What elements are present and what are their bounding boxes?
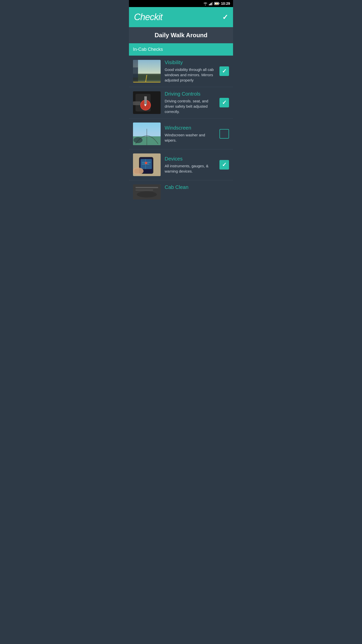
app-header: Checkit ✓: [129, 7, 233, 27]
check-item-visibility: Visibility Good visibility through all c…: [129, 56, 233, 87]
svg-point-24: [133, 137, 143, 143]
item-title-visibility: Visibility: [165, 60, 216, 65]
item-content-windscreen: Windscreen Windscreen washer and wipers.: [165, 125, 216, 143]
status-time: 10:29: [221, 2, 230, 6]
item-content-devices: Devices All instruments, gauges, & warni…: [165, 156, 216, 174]
svg-point-31: [145, 162, 147, 164]
svg-rect-5: [219, 3, 219, 4]
header-check-icon[interactable]: ✓: [222, 13, 228, 21]
status-bar: ⚡ 10:29: [129, 0, 233, 7]
checkbox-driving-controls[interactable]: [219, 98, 229, 107]
item-content-driving: Driving Controls Driving controls. seat,…: [165, 91, 216, 114]
svg-point-37: [137, 191, 157, 197]
item-title-devices: Devices: [165, 156, 216, 162]
svg-rect-3: [212, 2, 213, 5]
svg-text:▼: ▼: [144, 103, 147, 107]
checkbox-visibility[interactable]: [219, 66, 229, 76]
svg-rect-33: [134, 169, 143, 174]
item-desc-windscreen: Windscreen washer and wipers.: [165, 132, 216, 143]
svg-rect-13: [133, 67, 138, 77]
svg-text:⚡: ⚡: [215, 3, 218, 5]
item-desc-devices: All instruments, gauges, & warning devic…: [165, 163, 216, 174]
item-title-windscreen: Windscreen: [165, 125, 216, 131]
svg-rect-36: [135, 189, 153, 191]
svg-rect-0: [209, 4, 210, 5]
page-title-bar: Daily Walk Around: [129, 27, 233, 43]
item-title-cab-clean: Cab Clean: [165, 184, 229, 190]
wifi-icon: [203, 2, 208, 5]
item-image-visibility: [133, 60, 161, 83]
svg-rect-1: [210, 4, 211, 5]
svg-rect-2: [211, 3, 212, 5]
svg-rect-35: [135, 187, 158, 188]
section-title: In-Cab Checks: [133, 47, 163, 52]
check-item-windscreen: Windscreen Windscreen washer and wipers.: [129, 118, 233, 149]
item-image-cab-clean: [133, 184, 161, 199]
item-title-driving: Driving Controls: [165, 91, 216, 97]
app-logo: Checkit: [134, 12, 162, 22]
item-content-cab-clean: Cab Clean: [165, 184, 229, 192]
section-header: In-Cab Checks: [129, 43, 233, 56]
item-desc-driving: Driving controls. seat, and driver safet…: [165, 98, 216, 114]
status-icons: ⚡ 10:29: [203, 2, 230, 6]
check-item-cab-clean: Cab Clean: [129, 180, 233, 204]
item-image-windscreen: [133, 123, 161, 145]
page-title: Daily Walk Around: [134, 32, 228, 39]
checkbox-devices[interactable]: [219, 160, 229, 170]
item-content-visibility: Visibility Good visibility through all c…: [165, 60, 216, 83]
check-item-devices: Devices All instruments, gauges, & warni…: [129, 149, 233, 180]
battery-icon: ⚡: [214, 2, 220, 5]
check-list: Visibility Good visibility through all c…: [129, 56, 233, 204]
checkbox-windscreen[interactable]: [219, 129, 229, 139]
check-item-driving-controls: ▼ Driving Controls Driving controls. sea…: [129, 87, 233, 118]
svg-rect-19: [133, 101, 141, 105]
item-desc-visibility: Good visibility through all cab windows …: [165, 67, 216, 83]
item-image-devices: [133, 153, 161, 176]
item-image-driving: ▼: [133, 91, 161, 114]
signal-icon: [209, 2, 213, 5]
